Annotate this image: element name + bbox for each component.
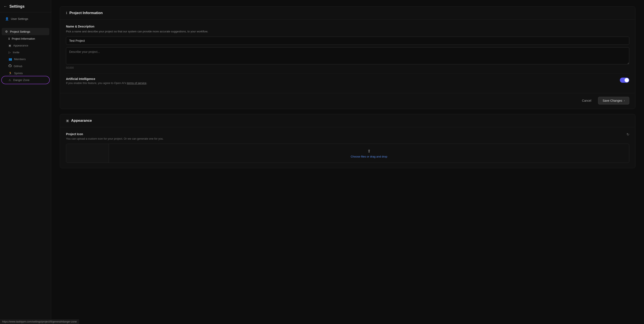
settings-icon: ⚙ (5, 30, 8, 33)
ai-desc-suffix: . (146, 81, 147, 85)
sidebar-project-information-label: Project Information (12, 37, 35, 40)
project-information-card-actions: Cancel Save Changes › (60, 93, 635, 109)
ai-row: Artificial Intelligence If you enable th… (66, 74, 629, 88)
refresh-icon[interactable]: ↻ (626, 132, 629, 137)
appearance-card: ▣ Appearance Project Icon You can upload… (60, 114, 636, 168)
sidebar-sub-item-project-information[interactable]: ℹ Project Information (2, 35, 49, 42)
sidebar-github-label: GitHub (14, 65, 22, 68)
project-information-body: Name & Description Pick a name and descr… (60, 20, 635, 93)
appearance-icon: ▣ (8, 44, 11, 47)
upload-link[interactable]: Choose files or drag and drop (350, 155, 387, 158)
project-settings-label: Project Settings (10, 30, 30, 33)
appearance-title: Appearance (71, 119, 92, 123)
sidebar-title: Settings (10, 4, 24, 9)
ai-desc-text: If you enable this feature, you agree to… (66, 81, 127, 85)
github-icon (8, 64, 12, 68)
project-icon-title: Project Icon (66, 132, 164, 136)
ai-toggle[interactable] (620, 78, 629, 83)
toggle-thumb (624, 78, 629, 82)
url-bar: https://www.tasklypm.com/settings/projec… (0, 319, 79, 324)
sidebar-sub-item-invite[interactable]: ▷ Invite (2, 49, 49, 56)
project-icon-row: Project Icon You can upload a custom ico… (66, 132, 629, 140)
appearance-card-header: ▣ Appearance (60, 114, 635, 127)
members-icon: 👥 (8, 58, 12, 61)
url-text: https://www.tasklypm.com/settings/projec… (2, 320, 77, 323)
info-icon-sub: ℹ (8, 37, 10, 40)
sidebar-sprints-label: Sprints (14, 72, 23, 75)
danger-zone-icon: ⚠ (8, 78, 11, 82)
save-changes-button[interactable]: Save Changes › (598, 97, 629, 104)
sidebar-appearance-label: Appearance (13, 44, 28, 47)
main-content: ℹ Project Information Name & Description… (51, 0, 644, 324)
danger-zone-wrapper: ⚠ Danger Zone (2, 77, 49, 83)
project-information-card-header: ℹ Project Information (60, 6, 635, 20)
name-description-desc: Pick a name and describe your project so… (66, 29, 629, 34)
toggle-track[interactable] (620, 78, 629, 83)
project-information-header-icon: ℹ (66, 11, 67, 15)
char-count: 0/1000 (66, 66, 629, 69)
invite-icon: ▷ (8, 51, 11, 54)
name-description-title: Name & Description (66, 25, 629, 28)
user-icon: 👤 (5, 17, 9, 20)
save-changes-chevron: › (624, 99, 625, 102)
back-icon[interactable]: ← (4, 4, 7, 9)
project-information-card: ℹ Project Information Name & Description… (60, 6, 636, 109)
sidebar-item-user-settings[interactable]: 👤 User Settings (2, 15, 49, 22)
appearance-header-icon: ▣ (66, 119, 69, 123)
ai-desc: If you enable this feature, you agree to… (66, 81, 147, 85)
project-name-input[interactable] (66, 37, 629, 45)
ai-info: Artificial Intelligence If you enable th… (66, 77, 147, 85)
project-information-title: Project Information (70, 11, 103, 15)
sidebar-danger-zone-label: Danger Zone (13, 78, 30, 82)
appearance-body: Project Icon You can upload a custom ico… (60, 127, 635, 168)
ai-title: Artificial Intelligence (66, 77, 147, 81)
sidebar-sub-item-appearance[interactable]: ▣ Appearance (2, 42, 49, 49)
sidebar-section-project: ⚙ Project Settings ℹ Project Information… (0, 25, 51, 86)
ai-tos-link[interactable]: terms of service (127, 81, 146, 85)
upload-right: ⬆ Choose files or drag and drop (109, 144, 629, 163)
upload-preview (66, 144, 109, 163)
sidebar: ← Settings 👤 User Settings ⚙ Project Set… (0, 0, 51, 324)
sidebar-item-project-settings[interactable]: ⚙ Project Settings (2, 28, 49, 35)
project-description-input[interactable] (66, 47, 629, 64)
user-settings-label: User Settings (11, 17, 28, 20)
sidebar-invite-label: Invite (13, 51, 20, 54)
upload-area[interactable]: ⬆ Choose files or drag and drop (66, 144, 629, 163)
sprints-icon: 🏃 (8, 72, 12, 75)
sidebar-sub-item-danger-zone[interactable]: ⚠ Danger Zone (2, 77, 49, 83)
sidebar-members-label: Members (14, 58, 26, 61)
sidebar-header: ← Settings (0, 0, 51, 12)
sidebar-sub-item-github[interactable]: GitHub (2, 63, 49, 70)
sidebar-section-user: 👤 User Settings (0, 12, 51, 25)
project-icon-desc: You can upload a custom icon for your pr… (66, 137, 164, 140)
project-icon-info: Project Icon You can upload a custom ico… (66, 132, 164, 140)
sidebar-sub-item-sprints[interactable]: 🏃 Sprints (2, 70, 49, 77)
upload-icon: ⬆ (367, 149, 371, 154)
save-changes-label: Save Changes (602, 99, 622, 102)
sidebar-sub-item-members[interactable]: 👥 Members (2, 56, 49, 62)
cancel-button[interactable]: Cancel (578, 97, 596, 104)
